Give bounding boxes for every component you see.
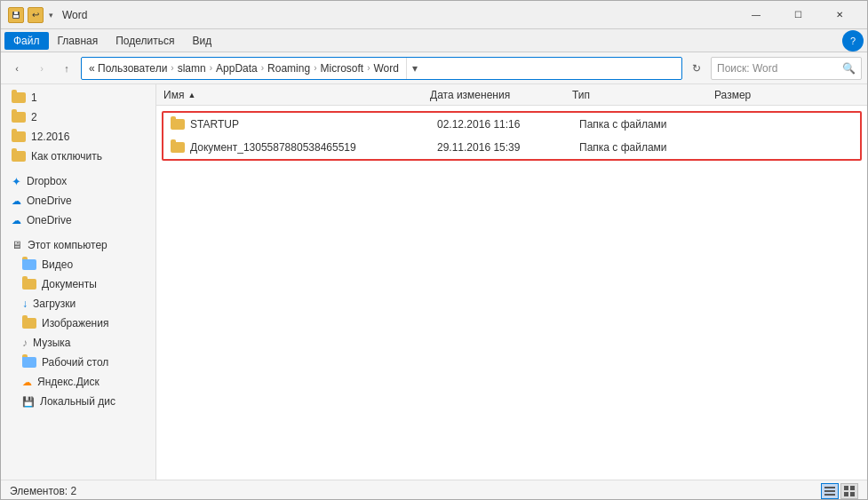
breadcrumb-sep-3: ›	[261, 63, 264, 73]
breadcrumb-sep-1: ›	[171, 63, 173, 73]
music-icon: ♪	[22, 337, 28, 349]
breadcrumb-roaming[interactable]: Roaming	[267, 62, 310, 75]
menu-home[interactable]: Главная	[49, 32, 108, 50]
sidebar-item-desktop[interactable]: Рабочий стол	[1, 353, 155, 372]
sidebar-label-onedrive2: OneDrive	[27, 214, 72, 226]
sidebar-label-kakotk: Как отключить	[31, 150, 102, 163]
onedrive-icon-1: ☁	[12, 195, 21, 207]
highlight-box: STARTUP 02.12.2016 11:16 Папка с файлами…	[162, 111, 862, 161]
file-type-2: Папка с файлами	[579, 141, 721, 154]
sidebar-label-downloads: Загрузки	[33, 298, 76, 310]
table-row[interactable]: Документ_1305587880538465519 29.11.2016 …	[163, 136, 860, 159]
sidebar-item-computer[interactable]: 🖥 Этот компьютер	[1, 235, 155, 255]
folder-icon	[22, 259, 36, 270]
breadcrumb-word[interactable]: Word	[374, 62, 399, 75]
drive-icon: 💾	[22, 396, 35, 408]
sidebar-label-localdisk: Локальный дис	[40, 395, 115, 408]
breadcrumb-appdata[interactable]: AppData	[216, 62, 258, 75]
table-row[interactable]: STARTUP 02.12.2016 11:16 Папка с файлами	[163, 113, 860, 136]
dropbox-icon: ✦	[12, 175, 21, 188]
file-list-header: Имя ▲ Дата изменения Тип Размер	[156, 84, 867, 106]
breadcrumb-sep-2: ›	[210, 63, 212, 73]
col-header-name[interactable]: Имя ▲	[163, 89, 430, 101]
sidebar-item-kakotk[interactable]: Как отключить	[1, 147, 155, 166]
svg-rect-8	[844, 492, 848, 496]
sidebar-item-2[interactable]: 2	[1, 107, 155, 127]
folder-icon	[12, 131, 26, 142]
view-details-button[interactable]	[821, 483, 839, 499]
folder-icon	[171, 119, 185, 130]
sidebar-label-dropbox: Dropbox	[27, 175, 67, 187]
menu-share[interactable]: Поделиться	[107, 32, 183, 50]
back-button[interactable]: ‹	[6, 58, 28, 79]
sidebar-item-music[interactable]: ♪ Музыка	[1, 333, 155, 353]
view-controls	[821, 483, 858, 499]
window-controls: — ☐ ✕	[736, 1, 860, 29]
minimize-button[interactable]: —	[736, 1, 776, 29]
forward-button[interactable]: ›	[31, 58, 52, 79]
sidebar-item-docs[interactable]: Документы	[1, 274, 155, 294]
breadcrumb-slamn[interactable]: slamn	[178, 62, 206, 75]
file-date-1: 02.12.2016 11:16	[437, 118, 579, 131]
qat-arrow[interactable]: ▾	[47, 9, 55, 21]
search-box[interactable]: Поиск: Word 🔍	[711, 57, 862, 80]
search-placeholder: Поиск: Word	[717, 62, 777, 75]
breadcrumb-microsoft[interactable]: Microsoft	[320, 62, 363, 75]
sidebar-label-music: Музыка	[33, 337, 70, 349]
view-tiles-button[interactable]	[840, 483, 858, 499]
main-layout: 1 2 12.2016 Как отключить ✦ Dropbox ☁ On…	[1, 84, 867, 480]
sidebar-item-1[interactable]: 1	[1, 88, 155, 107]
file-type-1: Папка с файлами	[579, 118, 721, 131]
svg-rect-2	[13, 15, 19, 18]
download-icon: ↓	[22, 298, 28, 310]
help-button[interactable]: ?	[842, 30, 864, 52]
sidebar: 1 2 12.2016 Как отключить ✦ Dropbox ☁ On…	[1, 84, 156, 480]
svg-rect-7	[850, 486, 855, 490]
sidebar-item-localdisk[interactable]: 💾 Локальный дис	[1, 392, 155, 411]
address-dropdown-btn[interactable]: ▾	[406, 58, 424, 79]
sidebar-item-onedrive1[interactable]: ☁ OneDrive	[1, 191, 155, 210]
sidebar-item-yadisk[interactable]: ☁ Яндекс.Диск	[1, 372, 155, 392]
breadcrumb-sep-5: ›	[367, 63, 370, 73]
sidebar-label-yadisk: Яндекс.Диск	[37, 376, 100, 388]
yadisk-icon: ☁	[22, 377, 32, 388]
sidebar-item-122016[interactable]: 12.2016	[1, 127, 155, 147]
maximize-button[interactable]: ☐	[777, 1, 818, 29]
title-icons: ↩ ▾	[8, 7, 55, 23]
folder-icon	[22, 279, 36, 290]
sidebar-item-dropbox[interactable]: ✦ Dropbox	[1, 171, 155, 191]
sidebar-label-images: Изображения	[42, 317, 108, 329]
sidebar-label-desktop: Рабочий стол	[42, 356, 108, 369]
file-name-1: STARTUP	[190, 118, 239, 131]
col-header-size[interactable]: Размер	[714, 89, 803, 101]
svg-rect-9	[850, 492, 855, 496]
sidebar-item-video[interactable]: Видео	[1, 255, 155, 274]
svg-rect-5	[824, 494, 835, 496]
menu-file[interactable]: Файл	[4, 32, 49, 50]
search-icon: 🔍	[842, 62, 856, 75]
file-name-2: Документ_1305587880538465519	[190, 141, 356, 154]
address-bar[interactable]: « Пользователи › slamn › AppData › Roami…	[81, 57, 682, 80]
breadcrumb-sep-4: ›	[314, 63, 316, 73]
qat-save-btn[interactable]	[8, 7, 24, 23]
file-list: Имя ▲ Дата изменения Тип Размер STARTUP …	[156, 84, 867, 480]
up-button[interactable]: ↑	[56, 58, 77, 79]
menu-view[interactable]: Вид	[183, 32, 220, 50]
svg-rect-6	[844, 486, 848, 490]
sidebar-label-docs: Документы	[42, 278, 97, 290]
svg-rect-3	[824, 487, 835, 488]
qat-undo-btn[interactable]: ↩	[28, 7, 44, 23]
folder-icon	[12, 92, 26, 103]
col-header-type[interactable]: Тип	[572, 89, 714, 101]
svg-rect-1	[14, 12, 18, 14]
close-button[interactable]: ✕	[819, 1, 860, 29]
refresh-button[interactable]: ↻	[686, 58, 707, 79]
sidebar-label-1: 1	[31, 91, 37, 104]
col-header-date[interactable]: Дата изменения	[430, 89, 572, 101]
folder-icon	[22, 318, 36, 329]
sidebar-item-downloads[interactable]: ↓ Загрузки	[1, 294, 155, 313]
breadcrumb-users[interactable]: « Пользователи	[89, 62, 167, 75]
sidebar-item-onedrive2[interactable]: ☁ OneDrive	[1, 210, 155, 230]
sidebar-item-images[interactable]: Изображения	[1, 313, 155, 333]
menu-bar: Файл Главная Поделиться Вид ?	[1, 29, 867, 52]
